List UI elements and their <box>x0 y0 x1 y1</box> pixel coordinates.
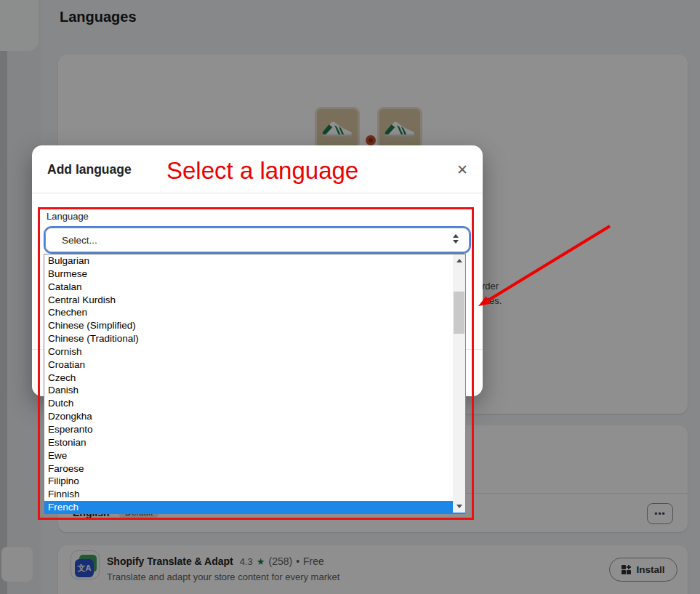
modal-header-divider <box>32 193 483 193</box>
modal-title: Add language <box>47 162 132 177</box>
screen: Languages <box>0 0 700 594</box>
annotation-rectangle <box>38 207 474 520</box>
close-icon[interactable]: ✕ <box>451 158 474 181</box>
annotation-callout-text: Select a language <box>166 157 358 185</box>
annotation-arrow <box>465 214 625 316</box>
